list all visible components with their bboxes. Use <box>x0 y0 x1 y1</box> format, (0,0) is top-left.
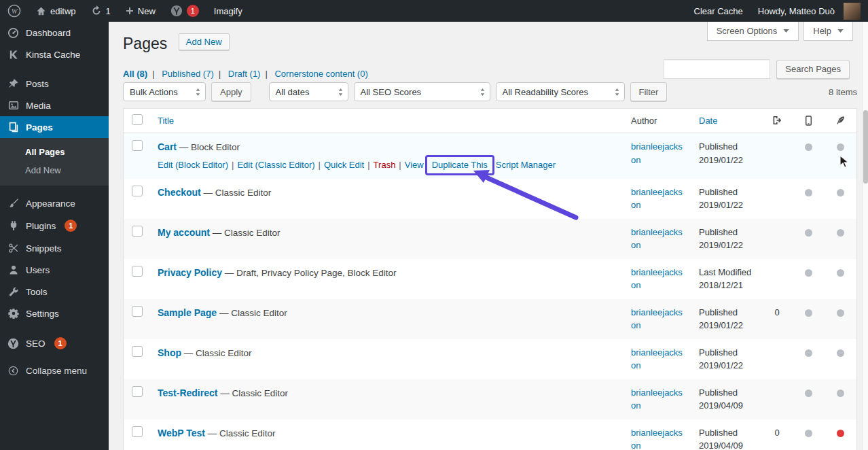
sidebar-item-media[interactable]: Media <box>0 94 109 116</box>
sidebar-item-appearance[interactable]: Appearance <box>0 192 109 214</box>
row-checkbox[interactable] <box>132 386 143 397</box>
page-title-link[interactable]: WebP Test <box>158 428 205 438</box>
sidebar-item-snippets[interactable]: Snippets <box>0 237 109 259</box>
readability-scores-filter-select[interactable]: All Readability Scores <box>496 82 625 101</box>
caret-down-icon <box>837 29 844 33</box>
filter-draft-link[interactable]: Draft (1) <box>228 69 261 79</box>
action-view[interactable]: View <box>405 160 424 170</box>
author-link[interactable]: brianleejackson <box>631 307 683 331</box>
row-checkbox[interactable] <box>132 306 143 317</box>
sidebar-item-label: Pages <box>26 122 53 133</box>
author-link[interactable]: brianleejackson <box>631 141 683 165</box>
yoast-menu[interactable]: 1 <box>163 0 206 22</box>
filter-published-link[interactable]: Published (7) <box>162 69 214 79</box>
sort-by-title-link[interactable]: Title <box>158 116 174 126</box>
sidebar-item-label: Dashboard <box>26 28 71 38</box>
row-checkbox[interactable] <box>132 140 143 151</box>
redirect-count <box>761 339 793 379</box>
row-checkbox[interactable] <box>132 346 143 357</box>
sidebar-item-kinsta-cache[interactable]: Kinsta Cache <box>0 44 109 65</box>
updates-menu[interactable]: 1 <box>84 0 118 22</box>
page-title-link[interactable]: Sample Page <box>158 307 217 318</box>
account-menu[interactable]: Howdy, Matteo Duò <box>751 0 868 22</box>
search-input[interactable] <box>664 59 770 79</box>
page-title-link[interactable]: Shop <box>158 347 181 358</box>
sidebar-item-settings[interactable]: Settings <box>0 302 109 324</box>
filter-all-link[interactable]: All (8) <box>123 69 147 79</box>
author-link[interactable]: brianleejackson <box>631 227 683 251</box>
page-title-link[interactable]: My account <box>158 227 210 238</box>
sidebar-item-tools[interactable]: Tools <box>0 281 109 302</box>
select-all-checkbox[interactable] <box>132 114 143 125</box>
page-status: Published <box>699 140 759 154</box>
action-edit-classic-editor[interactable]: Edit (Classic Editor) <box>237 160 314 170</box>
sidebar-item-label: Kinsta Cache <box>26 50 80 60</box>
action-duplicate-this[interactable]: Duplicate This <box>432 160 488 170</box>
clear-cache-button[interactable]: Clear Cache <box>687 0 751 22</box>
sidebar-item-label: Appearance <box>26 198 75 209</box>
sidebar-item-seo[interactable]: SEO1 <box>0 332 109 355</box>
seo-scores-filter-select[interactable]: All SEO Scores <box>354 82 490 101</box>
page-title-link[interactable]: Test-Redirect <box>158 387 217 398</box>
sidebar-collapse-menu[interactable]: Collapse menu <box>0 360 109 381</box>
page-title-link[interactable]: Cart <box>158 141 177 152</box>
row-checkbox[interactable] <box>132 426 143 437</box>
author-link[interactable]: brianleejackson <box>631 428 683 450</box>
author-link[interactable]: brianleejackson <box>631 347 683 371</box>
sidebar-item-pages[interactable]: Pages <box>0 116 109 138</box>
help-button[interactable]: Help <box>803 22 853 41</box>
site-name-menu[interactable]: editwp <box>29 0 84 22</box>
author-link[interactable]: brianleejackson <box>631 387 683 411</box>
menu-separator <box>0 65 109 73</box>
seo-score-dot <box>837 430 844 437</box>
seo-score-dot <box>837 349 844 357</box>
sidebar-subitem-add-new[interactable]: Add New <box>0 161 109 179</box>
wordpress-menu[interactable]: W <box>0 0 29 22</box>
sidebar-item-dashboard[interactable]: Dashboard <box>0 22 109 44</box>
row-checkbox[interactable] <box>132 226 143 237</box>
admin-bar: W editwp 1 New 1 Imagify Clear Cache How… <box>0 0 868 22</box>
seo-score-dot <box>837 309 844 317</box>
search-pages-button[interactable]: Search Pages <box>776 60 850 79</box>
page-title-link[interactable]: Privacy Policy <box>158 267 222 278</box>
row-checkbox[interactable] <box>132 266 143 277</box>
add-new-button[interactable]: Add New <box>179 33 230 50</box>
filter-separator: | <box>219 69 221 79</box>
new-content-menu[interactable]: New <box>118 0 163 22</box>
page-title-link[interactable]: Checkout <box>158 187 201 198</box>
mobile-score-dot <box>805 349 812 357</box>
seo-score-dot <box>837 390 844 397</box>
sidebar-item-posts[interactable]: Posts <box>0 73 109 94</box>
imagify-menu[interactable]: Imagify <box>206 0 250 22</box>
smartphone-icon <box>803 116 814 126</box>
sidebar-item-plugins[interactable]: Plugins1 <box>0 214 109 237</box>
action-separator: | <box>232 160 234 170</box>
sort-by-date-link[interactable]: Date <box>699 116 717 126</box>
scrollbar[interactable] <box>862 22 868 450</box>
bulk-actions-select[interactable]: Bulk Actions <box>123 82 206 101</box>
settings-icon <box>7 308 20 319</box>
filter-cornerstone-link[interactable]: Cornerstone content (0) <box>274 69 367 79</box>
filter-button[interactable]: Filter <box>630 82 668 101</box>
screen-options-button[interactable]: Screen Options <box>707 22 799 41</box>
sidebar-subitem-all-pages[interactable]: All Pages <box>0 143 109 161</box>
author-link[interactable]: brianleejackson <box>631 187 683 211</box>
imagify-label: Imagify <box>214 6 242 16</box>
sidebar-item-label: Users <box>26 265 50 275</box>
author-link[interactable]: brianleejackson <box>631 267 683 291</box>
scrollbar-thumb[interactable] <box>863 110 868 184</box>
mobile-score-dot <box>805 430 812 437</box>
action-script-manager[interactable]: Script Manager <box>496 160 556 170</box>
table-row: Test-Redirect — Classic Editor brianleej… <box>124 379 856 419</box>
posts-icon <box>7 78 20 89</box>
action-quick-edit[interactable]: Quick Edit <box>324 160 364 170</box>
dates-filter-select[interactable]: All dates <box>269 82 348 101</box>
row-checkbox[interactable] <box>132 186 143 196</box>
sidebar-item-users[interactable]: Users <box>0 259 109 281</box>
action-edit-block-editor[interactable]: Edit (Block Editor) <box>158 160 228 170</box>
sidebar-item-label: Snippets <box>26 243 62 254</box>
action-separator: | <box>367 160 369 170</box>
apply-button[interactable]: Apply <box>211 82 251 101</box>
avatar <box>844 3 861 20</box>
action-trash[interactable]: Trash <box>374 160 396 170</box>
